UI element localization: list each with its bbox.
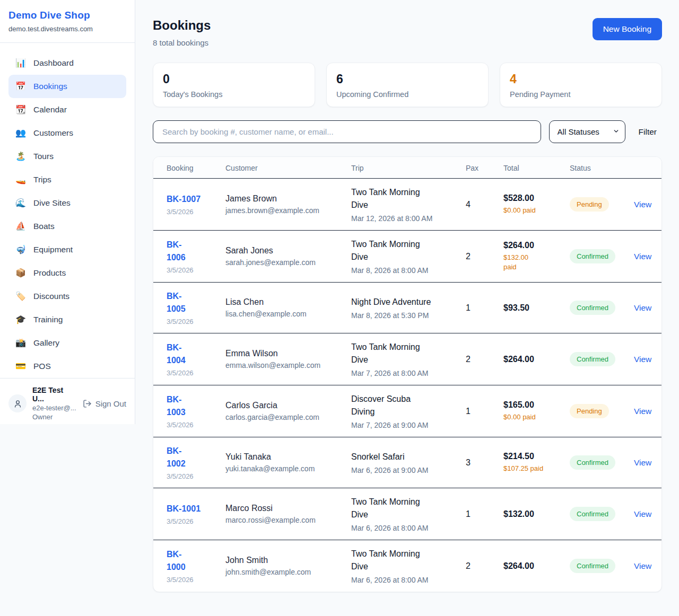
trip-cell: Two Tank Morning Dive Mar 6, 2026 at 8:0…: [351, 488, 466, 540]
booking-id-link[interactable]: BK-1001: [167, 503, 217, 515]
status-cell: Confirmed: [570, 283, 634, 333]
sidebar-item-pos[interactable]: 💳POS: [8, 355, 126, 378]
customer-cell: James Brown james.brown@example.com: [225, 179, 351, 231]
view-link[interactable]: View: [634, 561, 651, 570]
page-subtitle: 8 total bookings: [153, 38, 211, 47]
sidebar-item-label: Dive Sites: [33, 198, 71, 208]
trip-date: Mar 7, 2026 at 9:00 AM: [351, 421, 457, 429]
customer-cell: Sarah Jones sarah.jones@example.com: [225, 231, 351, 283]
table-header-row: BookingCustomerTripPaxTotalStatus: [153, 157, 661, 179]
total-cell: $264.00 $132.00 paid: [503, 231, 570, 283]
sidebar-nav: 📊Dashboard📅Bookings📆Calendar👥Customers🏝️…: [0, 43, 135, 378]
sidebar-item-dashboard[interactable]: 📊Dashboard: [8, 51, 126, 75]
trip-cell: Two Tank Morning Dive Mar 12, 2026 at 8:…: [351, 179, 466, 231]
status-cell: Confirmed: [570, 540, 634, 592]
sidebar-item-gallery[interactable]: 📸Gallery: [8, 331, 126, 355]
table-row: BK-1001 3/5/2026 Marco Rossi marco.rossi…: [153, 488, 661, 540]
booking-id-link[interactable]: BK- 1000: [167, 548, 217, 574]
total-cell: $132.00: [503, 488, 570, 540]
booking-cell: BK- 1005 3/5/2026: [153, 283, 225, 333]
customer-email: yuki.tanaka@example.com: [225, 464, 343, 473]
pax-cell: 2: [466, 333, 503, 385]
view-link[interactable]: View: [634, 407, 651, 416]
sidebar-item-discounts[interactable]: 🏷️Discounts: [8, 285, 126, 308]
booking-cell: BK- 1003 3/5/2026: [153, 385, 225, 437]
paid-amount: $107.25 paid: [503, 464, 561, 473]
view-link[interactable]: View: [634, 252, 651, 261]
trip-date: Mar 6, 2026 at 8:00 AM: [351, 576, 457, 584]
sign-out-label: Sign Out: [95, 399, 126, 408]
trip-name: Two Tank Morning Dive: [351, 548, 457, 573]
calendar-icon: 📆: [15, 105, 27, 114]
view-link[interactable]: View: [634, 458, 651, 467]
new-booking-button[interactable]: New Booking: [593, 18, 662, 40]
table-row: BK- 1005 3/5/2026 Lisa Chen lisa.chen@ex…: [153, 283, 661, 333]
paid-amount: $0.00 paid: [503, 206, 561, 215]
total-cell: $214.50 $107.25 paid: [503, 437, 570, 488]
page-title: Bookings: [153, 18, 211, 33]
sidebar-item-boats[interactable]: ⛵Boats: [8, 215, 126, 238]
view-link[interactable]: View: [634, 509, 651, 518]
filter-button[interactable]: Filter: [633, 127, 662, 137]
sidebar-item-training[interactable]: 🎓Training: [8, 308, 126, 331]
booking-id-link[interactable]: BK- 1005: [167, 290, 217, 315]
customer-email: sarah.jones@example.com: [225, 258, 343, 267]
customer-cell: Emma Wilson emma.wilson@example.com: [225, 333, 351, 385]
booking-id-link[interactable]: BK- 1002: [167, 445, 217, 470]
trip-cell: Discover Scuba Diving Mar 7, 2026 at 9:0…: [351, 385, 466, 437]
avatar: [8, 394, 27, 412]
total-amount: $132.00: [503, 509, 561, 519]
sidebar-item-customers[interactable]: 👥Customers: [8, 121, 126, 145]
pax-cell: 3: [466, 437, 503, 488]
trip-name: Two Tank Morning Dive: [351, 496, 457, 521]
sidebar-item-tours[interactable]: 🏝️Tours: [8, 145, 126, 168]
sidebar-item-dive-sites[interactable]: 🌊Dive Sites: [8, 191, 126, 215]
view-link[interactable]: View: [634, 303, 651, 312]
sidebar-item-equipment[interactable]: 🤿Equipment: [8, 238, 126, 261]
tag-icon: 🏷️: [15, 292, 27, 301]
trip-name: Two Tank Morning Dive: [351, 186, 457, 212]
status-select[interactable]: All Statuses: [549, 120, 625, 143]
trip-date: Mar 8, 2026 at 8:00 AM: [351, 266, 457, 275]
sign-out-icon: [83, 399, 92, 408]
sidebar-item-trips[interactable]: 🚤Trips: [8, 168, 126, 191]
package-icon: 📦: [15, 269, 27, 277]
search-input[interactable]: [153, 120, 541, 143]
sign-out-button[interactable]: Sign Out: [83, 399, 126, 408]
sidebar-item-products[interactable]: 📦Products: [8, 261, 126, 285]
total-amount: $264.00: [503, 241, 561, 250]
status-cell: Confirmed: [570, 333, 634, 385]
user-section: E2E Test U... e2e-tester@... Owner Sign …: [0, 378, 135, 428]
action-cell: View: [634, 488, 661, 540]
total-cell: $264.00: [503, 333, 570, 385]
view-link[interactable]: View: [634, 200, 651, 209]
trip-cell: Two Tank Morning Dive Mar 8, 2026 at 8:0…: [351, 231, 466, 283]
total-amount: $165.00: [503, 400, 561, 410]
stat-label: Today's Bookings: [163, 90, 305, 99]
sailboat-icon: ⛵: [15, 222, 27, 231]
status-badge: Pending: [570, 197, 609, 212]
sidebar-item-bookings[interactable]: 📅Bookings: [8, 75, 126, 98]
column-header-actions: [634, 157, 661, 179]
customer-email: john.smith@example.com: [225, 568, 343, 576]
pax-cell: 2: [466, 231, 503, 283]
action-cell: View: [634, 437, 661, 488]
booking-id-link[interactable]: BK- 1003: [167, 393, 217, 419]
booking-date: 3/5/2026: [167, 576, 217, 584]
booking-id-link[interactable]: BK- 1006: [167, 239, 217, 264]
action-cell: View: [634, 333, 661, 385]
view-link[interactable]: View: [634, 355, 651, 364]
stat-value: 0: [163, 72, 305, 86]
sidebar-item-calendar[interactable]: 📆Calendar: [8, 98, 126, 121]
booking-id-link[interactable]: BK-1007: [167, 193, 217, 206]
app-shell: Demo Dive Shop demo.test.divestreams.com…: [0, 0, 679, 603]
customer-name: Sarah Jones: [225, 246, 343, 256]
status-badge: Confirmed: [570, 455, 615, 470]
customer-email: marco.rossi@example.com: [225, 516, 343, 524]
booking-id-link[interactable]: BK- 1004: [167, 341, 217, 367]
total-amount: $214.50: [503, 452, 561, 461]
total-amount: $93.50: [503, 303, 561, 313]
action-cell: View: [634, 231, 661, 283]
person-icon: [13, 399, 22, 408]
user-name: E2E Test U...: [32, 386, 77, 403]
